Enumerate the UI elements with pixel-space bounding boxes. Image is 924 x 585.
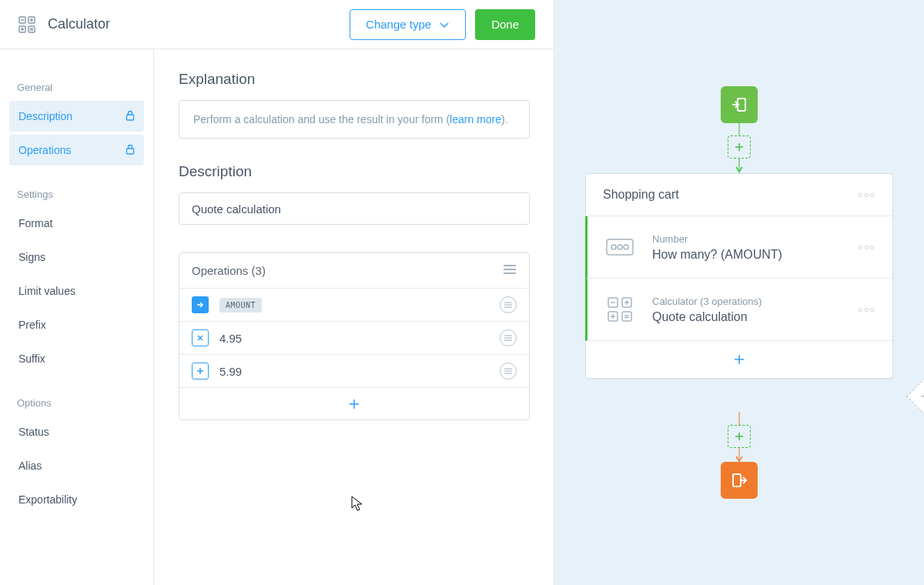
card-item-menu-button[interactable]: ○○○ bbox=[858, 242, 875, 252]
explanation-heading: Explanation bbox=[179, 71, 530, 88]
sidebar-item-description[interactable]: Description bbox=[9, 101, 144, 132]
lock-icon bbox=[126, 144, 135, 157]
flow-start-node[interactable] bbox=[721, 86, 758, 123]
card-item-label: How many? (AMOUNT) bbox=[652, 248, 858, 262]
svg-point-28 bbox=[618, 245, 622, 249]
operation-row[interactable]: AMOUNT bbox=[179, 288, 529, 321]
sidebar-item-status[interactable]: Status bbox=[9, 416, 144, 447]
sidebar-item-prefix[interactable]: Prefix bbox=[9, 309, 144, 340]
drag-handle-icon[interactable] bbox=[500, 296, 517, 313]
svg-point-27 bbox=[611, 245, 616, 249]
add-operation-button[interactable] bbox=[179, 387, 529, 420]
sidebar-item-format[interactable]: Format bbox=[9, 208, 144, 239]
sidebar: General Description Operations bbox=[0, 49, 154, 585]
card-title: Shopping cart bbox=[603, 188, 679, 202]
done-button[interactable]: Done bbox=[475, 9, 535, 40]
operations-box: Operations (3) AMOUNT bbox=[179, 252, 530, 420]
svg-rect-41 bbox=[733, 474, 741, 486]
operation-row[interactable]: 5.99 bbox=[179, 354, 529, 387]
description-input[interactable] bbox=[179, 192, 530, 225]
svg-rect-3 bbox=[28, 26, 35, 32]
top-bar: Calculator Change type Done bbox=[0, 0, 554, 49]
svg-point-29 bbox=[624, 245, 628, 249]
operations-menu-button[interactable] bbox=[503, 264, 517, 277]
card-item-type: Number bbox=[652, 233, 858, 245]
operations-heading: Operations (3) bbox=[192, 264, 266, 277]
operation-token: AMOUNT bbox=[219, 298, 262, 313]
page-title: Calculator bbox=[48, 16, 110, 32]
main-panel: Explanation Perform a calculation and us… bbox=[154, 49, 554, 585]
svg-rect-26 bbox=[607, 239, 633, 255]
flow-card: Shopping cart ○○○ Number How many? (AMOU… bbox=[585, 173, 893, 379]
number-field-icon bbox=[604, 232, 635, 262]
card-add-button[interactable] bbox=[586, 341, 892, 378]
svg-rect-12 bbox=[127, 149, 134, 154]
sidebar-group-title: Options bbox=[9, 386, 144, 416]
drag-handle-icon[interactable] bbox=[500, 329, 517, 346]
card-item-menu-button[interactable]: ○○○ bbox=[858, 305, 875, 314]
flow-canvas: Shopping cart ○○○ Number How many? (AMOU… bbox=[554, 0, 924, 585]
learn-more-link[interactable]: learn more bbox=[450, 113, 501, 125]
flow-end-node[interactable] bbox=[721, 462, 758, 499]
sidebar-item-operations[interactable]: Operations bbox=[9, 135, 144, 165]
plus-icon bbox=[192, 363, 209, 379]
flow-branch-button[interactable]: + bbox=[906, 378, 924, 415]
multiply-icon bbox=[192, 329, 209, 346]
card-item[interactable]: Number How many? (AMOUNT) ○○○ bbox=[585, 216, 892, 279]
flow-insert-button[interactable] bbox=[728, 425, 751, 448]
card-item-type: Calculator (3 operations) bbox=[652, 296, 858, 307]
svg-rect-11 bbox=[127, 115, 134, 120]
operation-value: 4.95 bbox=[219, 332, 242, 345]
operation-row[interactable]: 4.95 bbox=[179, 321, 529, 354]
sidebar-group-title: General bbox=[9, 71, 144, 101]
card-item[interactable]: Calculator (3 operations) Quote calculat… bbox=[585, 279, 892, 341]
card-menu-button[interactable]: ○○○ bbox=[858, 190, 875, 199]
sidebar-group-title: Settings bbox=[9, 178, 144, 208]
card-item-label: Quote calculation bbox=[652, 310, 858, 324]
sidebar-item-limit-values[interactable]: Limit values bbox=[9, 276, 144, 306]
lock-icon bbox=[126, 110, 135, 123]
sidebar-item-alias[interactable]: Alias bbox=[9, 450, 144, 481]
sidebar-item-suffix[interactable]: Suffix bbox=[9, 343, 144, 374]
svg-rect-33 bbox=[622, 312, 631, 321]
drag-handle-icon[interactable] bbox=[500, 363, 517, 379]
chevron-down-icon bbox=[439, 19, 450, 30]
change-type-button[interactable]: Change type bbox=[350, 9, 466, 40]
start-icon bbox=[192, 296, 209, 313]
flow-insert-button[interactable] bbox=[728, 135, 751, 159]
operation-value: 5.99 bbox=[219, 365, 242, 378]
sidebar-item-exportability[interactable]: Exportability bbox=[9, 484, 144, 515]
calculator-icon bbox=[604, 294, 635, 325]
calculator-icon bbox=[18, 16, 35, 33]
explanation-box: Perform a calculation and use the result… bbox=[179, 100, 530, 139]
description-heading: Description bbox=[179, 163, 530, 180]
sidebar-item-signs[interactable]: Signs bbox=[9, 242, 144, 272]
